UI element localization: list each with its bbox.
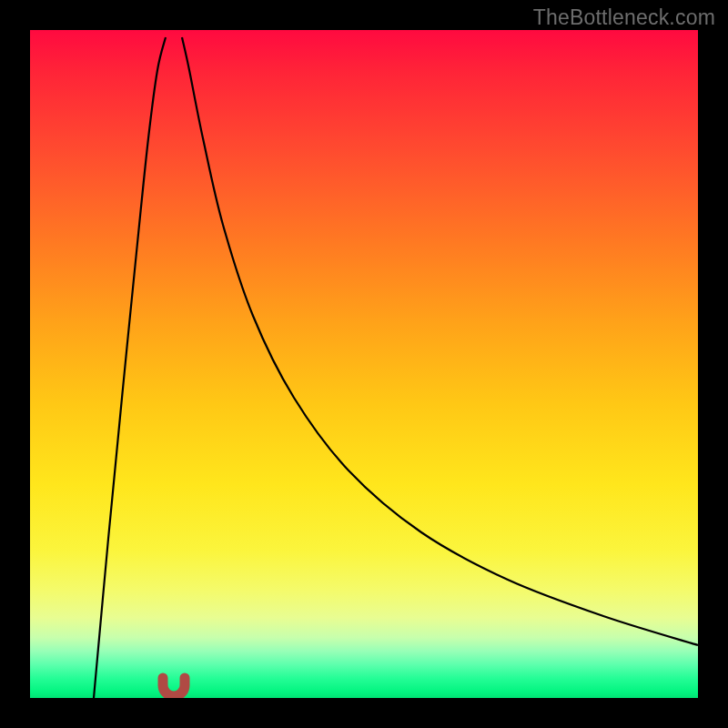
watermark-text: TheBottleneck.com bbox=[533, 5, 715, 30]
plot-area bbox=[30, 30, 698, 698]
curve-right-branch bbox=[182, 37, 698, 645]
curve-layer bbox=[30, 30, 698, 698]
chart-frame: TheBottleneck.com bbox=[0, 0, 728, 728]
curve-left-branch bbox=[94, 37, 166, 698]
dip-marker-icon bbox=[163, 678, 185, 696]
